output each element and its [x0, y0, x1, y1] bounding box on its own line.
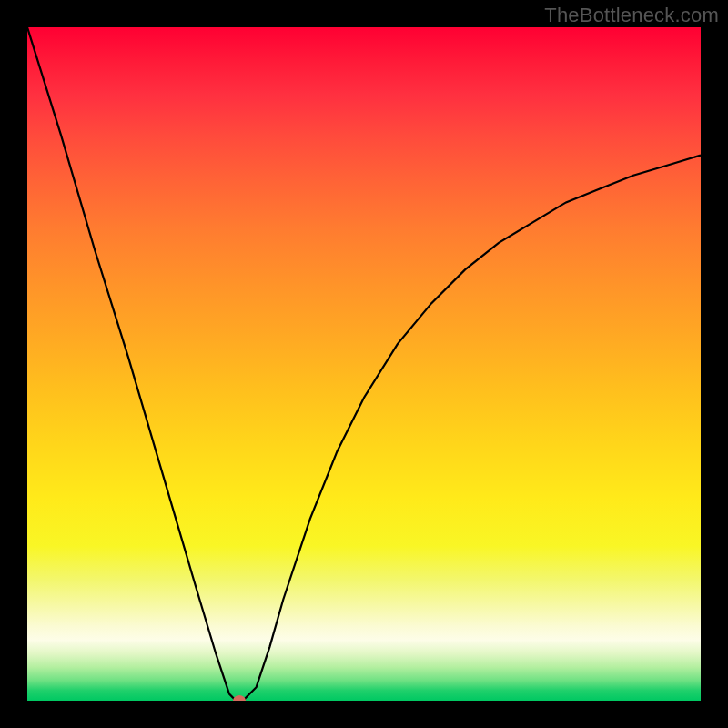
watermark-text: TheBottleneck.com [544, 4, 719, 27]
current-point-marker [233, 695, 246, 701]
curve-svg [27, 27, 701, 701]
plot-area [27, 27, 701, 701]
chart-frame: TheBottleneck.com [0, 0, 728, 728]
bottleneck-curve [27, 27, 701, 701]
